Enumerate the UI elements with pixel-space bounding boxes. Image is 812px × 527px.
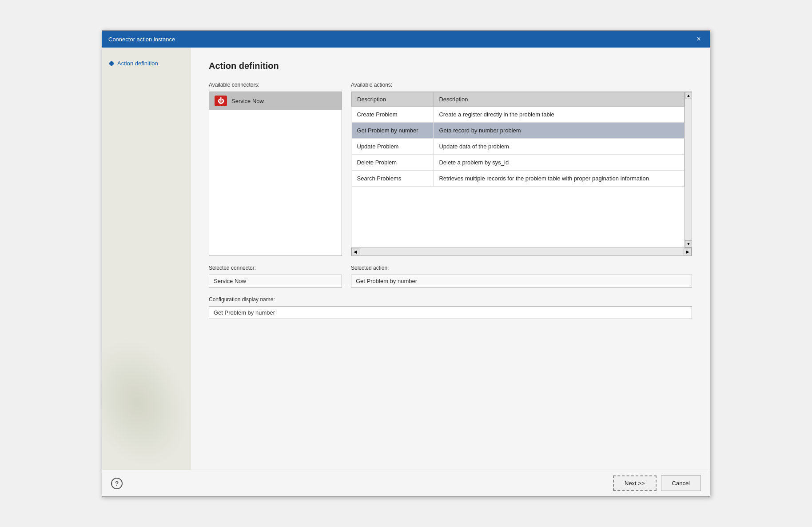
selected-action-col: Selected action: xyxy=(351,265,692,287)
vertical-scrollbar[interactable]: ▲ ▼ xyxy=(685,92,692,248)
action-row[interactable]: Create Problem Create a register directl… xyxy=(352,107,685,123)
dialog-body: Action definition Action definition Avai… xyxy=(102,48,710,470)
action-description: Geta record by number problem xyxy=(434,123,685,139)
action-row[interactable]: Update Problem Update data of the proble… xyxy=(352,139,685,155)
scroll-down-arrow[interactable]: ▼ xyxy=(685,240,692,248)
scroll-thumb-area xyxy=(685,99,692,240)
connectors-column: Available connectors: ⏻ Service Now xyxy=(209,82,342,256)
selected-action-label: Selected action: xyxy=(351,265,692,271)
selected-action-input[interactable] xyxy=(351,275,692,287)
action-description: Update data of the problem xyxy=(434,139,685,155)
connector-action-dialog: Connector action instance × Action defin… xyxy=(102,30,710,497)
selected-connector-label: Selected connector: xyxy=(209,265,342,271)
selected-row: Selected connector: Selected action: xyxy=(209,265,692,287)
action-name: Update Problem xyxy=(352,139,434,155)
action-description: Delete a problem by sys_id xyxy=(434,155,685,171)
available-actions-label: Available actions: xyxy=(351,82,692,88)
action-name: Get Problem by number xyxy=(352,123,434,139)
actions-column: Available actions: Description Descripti… xyxy=(351,82,692,256)
actions-table: Description Description Create Problem C… xyxy=(351,92,685,187)
connectors-list[interactable]: ⏻ Service Now xyxy=(209,92,342,256)
two-col-section: Available connectors: ⏻ Service Now Avai… xyxy=(209,82,692,256)
cancel-button[interactable]: Cancel xyxy=(661,475,701,491)
available-connectors-label: Available connectors: xyxy=(209,82,342,88)
sidebar-item-action-definition[interactable]: Action definition xyxy=(102,56,191,70)
close-button[interactable]: × xyxy=(694,34,704,44)
config-section: Configuration display name: xyxy=(209,296,692,319)
title-bar: Connector action instance × xyxy=(102,31,710,48)
config-display-name-label: Configuration display name: xyxy=(209,296,692,303)
page-title: Action definition xyxy=(209,61,692,71)
sidebar-item-label: Action definition xyxy=(117,60,158,67)
action-name: Delete Problem xyxy=(352,155,434,171)
scroll-up-arrow[interactable]: ▲ xyxy=(685,92,692,99)
sidebar: Action definition xyxy=(102,48,191,470)
action-description: Create a register directly in the proble… xyxy=(434,107,685,123)
actions-table-container: Description Description Create Problem C… xyxy=(351,92,692,256)
footer-right: Next >> Cancel xyxy=(613,475,701,491)
action-name: Search Problems xyxy=(352,171,434,187)
action-description: Retrieves multiple records for the probl… xyxy=(434,171,685,187)
help-button[interactable]: ? xyxy=(111,478,123,489)
footer-left: ? xyxy=(111,478,123,489)
connector-name: Service Now xyxy=(231,98,264,104)
connector-icon: ⏻ xyxy=(215,96,227,106)
action-row[interactable]: Search Problems Retrieves multiple recor… xyxy=(352,171,685,187)
main-content: Action definition Available connectors: … xyxy=(191,48,710,470)
scroll-right-btn[interactable]: ▶ xyxy=(684,248,692,256)
action-row[interactable]: Delete Problem Delete a problem by sys_i… xyxy=(352,155,685,171)
power-icon: ⏻ xyxy=(218,97,224,104)
footer: ? Next >> Cancel xyxy=(102,470,710,496)
selected-connector-col: Selected connector: xyxy=(209,265,342,287)
action-row[interactable]: Get Problem by number Geta record by num… xyxy=(352,123,685,139)
config-display-name-input[interactable] xyxy=(209,306,692,319)
scroll-left-btn[interactable]: ◀ xyxy=(351,248,359,256)
table-scroll-inner[interactable]: Description Description Create Problem C… xyxy=(351,92,685,248)
selected-connector-input[interactable] xyxy=(209,275,342,287)
next-button[interactable]: Next >> xyxy=(613,475,657,491)
table-with-scroll: Description Description Create Problem C… xyxy=(351,92,692,248)
sidebar-dot-icon xyxy=(109,61,114,66)
sidebar-watermark xyxy=(102,323,191,470)
scroll-track xyxy=(359,248,684,256)
dialog-title: Connector action instance xyxy=(108,36,175,43)
col-header-name: Description xyxy=(352,92,434,107)
connector-item-servicenow[interactable]: ⏻ Service Now xyxy=(209,92,342,110)
horizontal-scroll: ◀ ▶ xyxy=(351,248,692,256)
action-name: Create Problem xyxy=(352,107,434,123)
col-header-desc: Description xyxy=(434,92,685,107)
